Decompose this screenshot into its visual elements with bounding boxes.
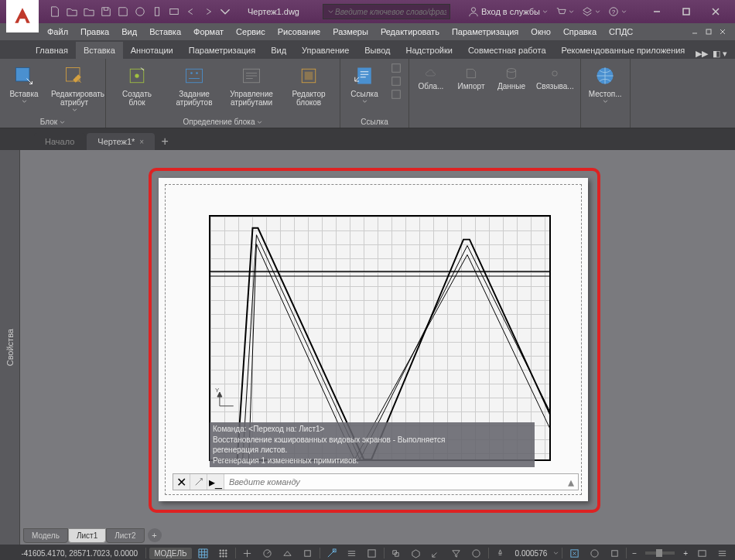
rtab-insert[interactable]: Вставка — [76, 42, 123, 59]
qat-saveas-icon[interactable] — [116, 5, 130, 19]
menu-tools[interactable]: Сервис — [231, 25, 271, 39]
manage-attributes-button[interactable]: Управление атрибутами — [225, 62, 278, 108]
command-line[interactable]: ✕ ▸_ ▴ — [173, 473, 579, 490]
qat-undo-icon[interactable] — [184, 5, 198, 19]
close-tab-icon[interactable]: × — [139, 138, 144, 146]
rtab-addins[interactable]: Надстройки — [398, 42, 460, 59]
menu-modify[interactable]: Редактировать — [375, 25, 445, 39]
location-button[interactable]: Местоп... — [586, 62, 625, 104]
lineweight-toggle[interactable] — [344, 546, 361, 560]
block-editor-button[interactable]: Редактор блоков — [282, 62, 335, 108]
cmd-customize-icon[interactable] — [190, 474, 207, 490]
qat-save-icon[interactable] — [99, 5, 113, 19]
cloud-button[interactable]: Обла... — [414, 65, 448, 92]
group-ref-label[interactable]: Ссылка — [344, 116, 405, 128]
a360-button[interactable] — [582, 6, 600, 17]
otrack-toggle[interactable] — [323, 546, 340, 560]
ribbon-play-icon[interactable]: ▶▶ — [696, 49, 708, 59]
3dosnap-toggle[interactable] — [408, 546, 425, 560]
menu-help[interactable]: Справка — [558, 25, 602, 39]
edit-attribute-button[interactable]: Редактировать атрибут — [48, 62, 101, 113]
properties-palette[interactable]: Свойства — [0, 150, 20, 545]
maximize-viewport[interactable] — [566, 546, 583, 560]
rtab-view[interactable]: Вид — [263, 42, 294, 59]
layout-tab-sheet2[interactable]: Лист2 — [106, 528, 144, 543]
customize-status[interactable] — [713, 546, 730, 560]
create-block-button[interactable]: Создать блок — [111, 62, 163, 108]
row-attach3[interactable] — [388, 88, 404, 101]
rtab-manage[interactable]: Управление — [294, 42, 357, 59]
menu-insert[interactable]: Вставка — [144, 25, 186, 39]
menu-spds[interactable]: СПДС — [603, 25, 638, 39]
rtab-annotate[interactable]: Аннотации — [123, 42, 181, 59]
mdi-minimize[interactable] — [689, 26, 701, 37]
dynucs-toggle[interactable] — [428, 546, 445, 560]
layout-tab-model[interactable]: Модель — [23, 528, 68, 543]
zoom-plus[interactable]: + — [681, 549, 690, 558]
menu-draw[interactable]: Рисование — [272, 25, 326, 39]
gizmo-toggle[interactable] — [468, 546, 485, 560]
caret-icon[interactable] — [553, 551, 559, 555]
transparency-toggle[interactable] — [364, 546, 381, 560]
doc-tab-drawing[interactable]: Чертеж1*× — [87, 133, 155, 150]
define-attributes-button[interactable]: Задание атрибутов — [168, 62, 220, 108]
isodraft-toggle[interactable] — [279, 546, 296, 560]
selectionfilter-toggle[interactable] — [448, 546, 465, 560]
mdi-restore[interactable] — [703, 26, 715, 37]
zoom-minus[interactable]: − — [630, 549, 639, 558]
selection-cycling[interactable] — [388, 546, 405, 560]
maximize-button[interactable] — [672, 2, 701, 21]
rtab-output[interactable]: Вывод — [357, 42, 398, 59]
annotation-scale[interactable]: 0.000576 — [512, 549, 551, 558]
group-blockdef-label[interactable]: Определение блока — [109, 116, 337, 128]
row-attach1[interactable] — [388, 62, 404, 74]
model-paper-toggle[interactable]: МОДЕЛЬ — [149, 548, 191, 559]
data-button[interactable]: Данные — [494, 65, 528, 92]
app-store-button[interactable] — [556, 6, 574, 17]
new-doc-tab[interactable]: + — [156, 133, 173, 150]
doc-tab-start[interactable]: Начало — [34, 133, 85, 150]
qat-new-icon[interactable] — [48, 5, 62, 19]
command-input[interactable] — [224, 477, 564, 487]
rtab-parametric[interactable]: Параметризация — [181, 42, 263, 59]
menu-view[interactable]: Вид — [116, 25, 142, 39]
layout-tab-sheet1[interactable]: Лист1 — [68, 528, 106, 543]
row-attach2[interactable] — [388, 75, 404, 87]
annoscale-icon[interactable] — [492, 546, 509, 560]
insert-block-button[interactable]: Вставка — [5, 62, 43, 104]
minimize-button[interactable] — [642, 2, 672, 21]
osnap-toggle[interactable] — [299, 546, 316, 560]
ribbon-collapse-icon[interactable]: ◧ ▾ — [713, 49, 727, 59]
rtab-home[interactable]: Главная — [28, 42, 76, 59]
menu-edit[interactable]: Правка — [75, 25, 115, 39]
rtab-collab[interactable]: Совместная работа — [460, 42, 554, 59]
qat-open2-icon[interactable] — [82, 5, 96, 19]
menu-dimensions[interactable]: Размеры — [327, 25, 374, 39]
hardware-accel[interactable] — [586, 546, 603, 560]
clean-screen[interactable] — [693, 546, 710, 560]
canvas-area[interactable]: Y С Свой В МСК Команда: <Переход на: Лис… — [23, 156, 727, 523]
login-button[interactable]: Вход в службы — [468, 6, 548, 17]
mdi-close[interactable] — [716, 26, 729, 37]
app-logo[interactable] — [6, 0, 39, 32]
search-box[interactable] — [323, 4, 450, 19]
cmd-close-icon[interactable]: ✕ — [173, 474, 190, 490]
zoom-slider[interactable] — [645, 551, 675, 555]
qat-open-icon[interactable] — [65, 5, 79, 19]
isolate-objects[interactable] — [606, 546, 623, 560]
polar-toggle[interactable] — [259, 546, 276, 560]
qat-plot-icon[interactable] — [167, 5, 181, 19]
snap-toggle[interactable] — [215, 546, 232, 560]
ortho-toggle[interactable] — [239, 546, 256, 560]
qat-dropdown-icon[interactable] — [218, 5, 232, 19]
cmd-recent-icon[interactable]: ▴ — [564, 475, 578, 490]
group-block-label[interactable]: Блок — [3, 116, 102, 128]
qat-mobile-icon[interactable] — [150, 5, 164, 19]
import-button[interactable]: Импорт — [454, 65, 488, 92]
menu-window[interactable]: Окно — [525, 25, 556, 39]
menu-file[interactable]: Файл — [42, 25, 74, 39]
link-button[interactable]: Связыва... — [535, 65, 576, 92]
xref-button[interactable]: Ссылка — [345, 62, 384, 104]
help-button[interactable]: ? — [608, 6, 627, 17]
qat-web-icon[interactable] — [133, 5, 147, 19]
